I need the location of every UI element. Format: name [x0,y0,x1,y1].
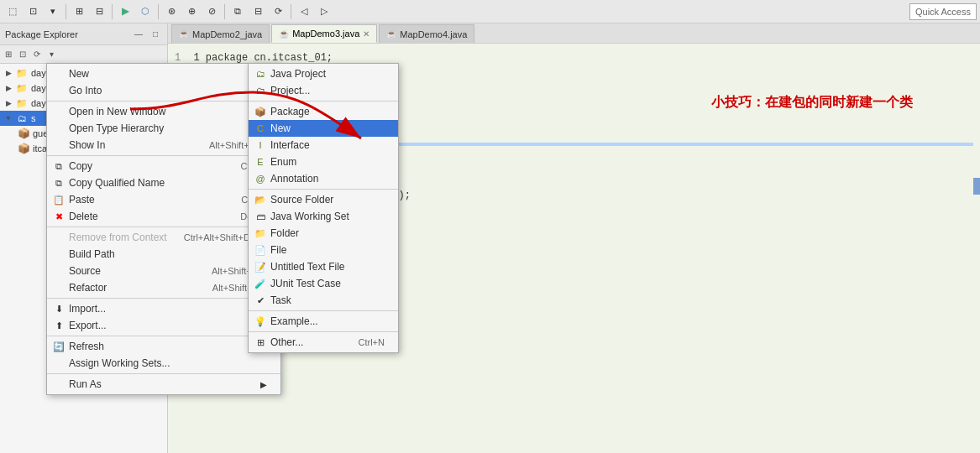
submenu-label-project: Project... [270,85,310,96]
menu-label-refresh: Refresh [69,341,104,352]
panel-tool-4[interactable]: ▾ [45,48,58,61]
menu-item-refresh[interactable]: 🔄 Refresh F5 [47,338,280,355]
tab-mapdemo4[interactable]: ☕ MapDemo4.java [379,24,474,43]
toolbar-btn-debug[interactable]: ⬡ [136,3,155,21]
toolbar-btn-13[interactable]: ▷ [315,3,333,21]
toolbar-btn-4[interactable]: ⊞ [70,3,88,21]
menu-sep-4 [47,298,280,299]
panel-maximize-btn[interactable]: □ [149,28,162,41]
menu-label-copy: Copy [69,160,92,172]
editor-tabs: ☕ MapDemo2_java ☕ MapDemo3.java ✕ ☕ MapD… [168,23,980,44]
menu-label-open-type: Open Type Hierarchy [69,122,164,134]
panel-minimize-btn[interactable]: — [132,28,145,41]
submenu-icon-text-file: 📝 [254,260,267,273]
toolbar-btn-11[interactable]: ⟳ [269,3,287,21]
menu-item-copy[interactable]: ⧉ Copy Ctrl+C [47,158,280,174]
tree-icon-pkg: 📦 [17,142,30,155]
toolbar-btn-5[interactable]: ⊟ [90,3,108,21]
menu-item-paste[interactable]: 📋 Paste Ctrl+V [47,191,280,208]
submenu-label-package: Package [270,106,310,117]
menu-item-show-in[interactable]: Show In Alt+Shift+W ▶ [47,137,280,154]
menu-icon-delete: ✖ [52,210,66,223]
submenu-item-enum[interactable]: E Enum [249,154,398,170]
tree-icon-project: 📁 [15,66,29,80]
submenu-item-folder[interactable]: 📁 Folder [249,225,398,242]
panel-title: Package Explorer [5,29,128,39]
panel-tool-3[interactable]: ⟳ [30,48,44,61]
menu-item-import[interactable]: ⬇ Import... [47,300,280,317]
submenu-item-file[interactable]: 📄 File [249,242,398,258]
menu-item-new[interactable]: New ▶ [47,65,280,82]
menu-sep-5 [47,336,280,336]
menu-label-run-as: Run As [69,378,102,390]
submenu-item-junit[interactable]: 🧪 JUnit Test Case [249,275,398,292]
menu-label-delete: Delete [69,211,98,222]
menu-label-source: Source [69,265,101,277]
tab-mapdemo3[interactable]: ☕ MapDemo3.java ✕ [271,24,377,43]
submenu-label-java-working-set: Java Working Set [270,211,349,222]
submenu-item-other[interactable]: ⊞ Other... Ctrl+N [249,334,398,351]
submenu-icon-example: 💡 [254,315,267,328]
panel-tool-1[interactable]: ⊞ [2,48,15,61]
panel-tool-2[interactable]: ⊡ [16,48,29,61]
menu-icon-new [52,67,66,81]
menu-label-remove-context: Remove from Context [69,232,167,243]
menu-item-assign-working-sets[interactable]: Assign Working Sets... [47,355,280,372]
submenu-sep-3 [249,310,398,311]
toolbar-sep-5 [291,4,291,19]
submenu-label-interface: Interface [270,139,310,151]
toolbar-btn-6[interactable]: ⊛ [162,3,181,21]
submenu-item-interface[interactable]: I Interface [249,137,398,154]
toolbar-btn-1[interactable]: ⬚ [3,3,22,21]
toolbar-btn-3[interactable]: ▾ [44,3,62,21]
submenu-item-java-working-set[interactable]: 🗃 Java Working Set [249,208,398,225]
submenu-item-source-folder[interactable]: 📂 Source Folder [249,191,398,208]
toolbar-btn-8[interactable]: ⊘ [202,3,221,21]
menu-item-refactor[interactable]: Refactor Alt+Shift+T ▶ [47,279,280,296]
submenu-item-package[interactable]: 📦 Package [249,103,398,120]
submenu-shortcut-other: Ctrl+N [359,337,385,347]
submenu-label-folder: Folder [270,227,299,239]
tab-close-3[interactable]: ✕ [363,29,369,39]
toolbar-btn-10[interactable]: ⊟ [249,3,267,21]
menu-item-remove-context[interactable]: Remove from Context Ctrl+Alt+Shift+Down [47,229,280,246]
submenu-item-example[interactable]: 💡 Example... [249,313,398,330]
submenu-label-source-folder: Source Folder [270,194,333,206]
menu-label-show-in: Show In [69,139,105,151]
submenu-item-task[interactable]: ✔ Task [249,292,398,309]
toolbar-btn-9[interactable]: ⧉ [228,3,247,21]
code-text-1: 1 package cn.itcast_01; [193,52,333,64]
submenu-icon-java-project: 🗂 [254,67,267,81]
toolbar-sep-3 [158,4,159,19]
submenu-item-class[interactable]: C New [249,120,398,137]
submenu-icon-working-set: 🗃 [254,210,267,223]
toolbar-btn-12[interactable]: ◁ [295,3,313,21]
tree-label: s [31,113,36,123]
tree-icon-s: 🗂 [15,112,29,125]
toolbar-btn-7[interactable]: ⊕ [182,3,201,21]
menu-item-run-as[interactable]: Run As ▶ [47,376,280,393]
menu-label-open-new-window: Open in New Window [69,106,165,117]
menu-item-open-new-window[interactable]: Open in New Window [47,103,280,120]
submenu-item-project[interactable]: 🗂 Project... [249,82,398,99]
quick-access[interactable]: Quick Access [909,3,977,20]
menu-item-delete[interactable]: ✖ Delete Delete [47,208,280,225]
menu-item-export[interactable]: ⬆ Export... [47,317,280,334]
menu-item-copy-qualified[interactable]: ⧉ Copy Qualified Name [47,174,280,191]
menu-item-gointo[interactable]: Go Into [47,82,280,99]
menu-item-source[interactable]: Source Alt+Shift+S ▶ [47,263,280,279]
toolbar-btn-2[interactable]: ⊡ [24,3,42,21]
panel-header: Package Explorer — □ [0,23,167,45]
tree-icon-project: 📁 [15,96,29,110]
menu-item-open-type[interactable]: Open Type Hierarchy F4 [47,120,280,137]
tab-mapdemo2[interactable]: ☕ MapDemo2_java [171,24,270,43]
menu-icon-copy-qualified: ⧉ [52,176,66,190]
toolbar-btn-run[interactable]: ▶ [116,3,134,21]
menu-arrow-run: ▶ [260,380,267,389]
submenu-item-untitled-text[interactable]: 📝 Untitled Text File [249,258,398,275]
submenu-icon-enum: E [254,155,267,169]
submenu-item-annotation[interactable]: @ Annotation [249,170,398,187]
submenu-item-java-project[interactable]: 🗂 Java Project [249,65,398,82]
scroll-indicator [973,178,980,195]
menu-item-build-path[interactable]: Build Path ▶ [47,246,280,263]
